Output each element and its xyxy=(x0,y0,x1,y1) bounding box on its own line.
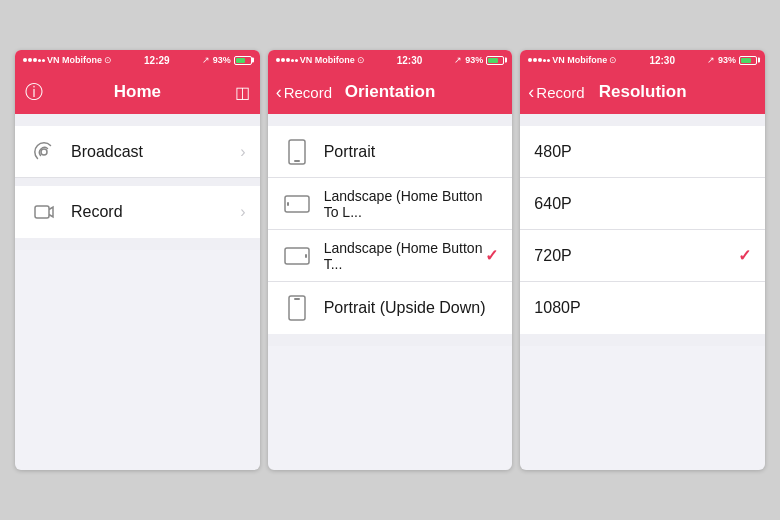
svg-point-0 xyxy=(41,149,47,155)
dot5 xyxy=(42,59,45,62)
back-label: Record xyxy=(536,84,584,101)
bottom-separator xyxy=(15,238,260,250)
status-bar-resolution: VN Mobifone ⊙ 12:30 ↗ 93% xyxy=(520,50,765,70)
settings-icon[interactable]: ◫ xyxy=(235,83,250,102)
location-icon: ↗ xyxy=(707,55,715,65)
720p-label: 720P xyxy=(534,247,738,265)
landscape-right-label: Landscape (Home Button T... xyxy=(324,240,486,272)
top-sep xyxy=(268,114,513,126)
720p-item[interactable]: 720P ✓ xyxy=(520,230,765,282)
chevron-left-icon: ‹ xyxy=(528,82,534,103)
nav-bar-resolution: ‹ Record Resolution xyxy=(520,70,765,114)
640p-item[interactable]: 640P xyxy=(520,178,765,230)
1080p-item[interactable]: 1080P xyxy=(520,282,765,334)
status-left: VN Mobifone ⊙ xyxy=(276,55,365,65)
time-display: 12:30 xyxy=(649,55,675,66)
home-title: Home xyxy=(114,82,161,102)
status-left: VN Mobifone ⊙ xyxy=(23,55,112,65)
time-display: 12:30 xyxy=(397,55,423,66)
landscape-right-item[interactable]: Landscape (Home Button T... ✓ xyxy=(268,230,513,282)
landscape-left-label: Landscape (Home Button To L... xyxy=(324,188,499,220)
back-button[interactable]: ‹ Record xyxy=(528,82,584,103)
dot1 xyxy=(23,58,27,62)
wifi-icon: ⊙ xyxy=(609,55,617,65)
dot3 xyxy=(33,58,37,62)
dot4 xyxy=(38,59,41,62)
battery-icon xyxy=(739,56,757,65)
carrier-text: VN Mobifone xyxy=(552,55,607,65)
resolution-content: 480P 640P 720P ✓ 1080P xyxy=(520,114,765,470)
status-right: ↗ 93% xyxy=(202,55,252,65)
status-left: VN Mobifone ⊙ xyxy=(528,55,617,65)
signal-dots xyxy=(276,58,298,62)
battery-fill xyxy=(488,58,498,63)
dot1 xyxy=(276,58,280,62)
portrait-flip-label: Portrait (Upside Down) xyxy=(324,299,499,317)
battery-icon xyxy=(234,56,252,65)
screen-home: VN Mobifone ⊙ 12:29 ↗ 93% ⓘ Home ◫ xyxy=(15,50,260,470)
time-display: 12:29 xyxy=(144,55,170,66)
broadcast-item[interactable]: Broadcast › xyxy=(15,126,260,178)
home-content: Broadcast › Record › xyxy=(15,114,260,470)
dot2 xyxy=(533,58,537,62)
broadcast-chevron: › xyxy=(240,143,245,161)
640p-label: 640P xyxy=(534,195,751,213)
record-item[interactable]: Record › xyxy=(15,186,260,238)
info-icon[interactable]: ⓘ xyxy=(25,80,43,104)
dot1 xyxy=(528,58,532,62)
portrait-flip-item[interactable]: Portrait (Upside Down) xyxy=(268,282,513,334)
back-label: Record xyxy=(284,84,332,101)
dot4 xyxy=(291,59,294,62)
back-button[interactable]: ‹ Record xyxy=(276,82,332,103)
broadcast-icon xyxy=(29,140,59,164)
landscape-right-check: ✓ xyxy=(485,246,498,265)
chevron-left-icon: ‹ xyxy=(276,82,282,103)
resolution-list: 480P 640P 720P ✓ 1080P xyxy=(520,126,765,334)
dot5 xyxy=(295,59,298,62)
resolution-title: Resolution xyxy=(599,82,687,102)
screen-orientation: VN Mobifone ⊙ 12:30 ↗ 93% ‹ Record Orien… xyxy=(268,50,513,470)
dot2 xyxy=(281,58,285,62)
portrait-flip-icon xyxy=(282,295,312,321)
battery-percent: 93% xyxy=(718,55,736,65)
location-icon: ↗ xyxy=(454,55,462,65)
wifi-icon: ⊙ xyxy=(357,55,365,65)
record-icon xyxy=(29,200,59,224)
dot3 xyxy=(286,58,290,62)
landscape-left-item[interactable]: Landscape (Home Button To L... xyxy=(268,178,513,230)
480p-item[interactable]: 480P xyxy=(520,126,765,178)
status-right: ↗ 93% xyxy=(707,55,757,65)
battery-percent: 93% xyxy=(465,55,483,65)
dot4 xyxy=(543,59,546,62)
screen-resolution: VN Mobifone ⊙ 12:30 ↗ 93% ‹ Record Resol… xyxy=(520,50,765,470)
battery-icon xyxy=(486,56,504,65)
orientation-list: Portrait Landscape (Home Button To L... xyxy=(268,126,513,334)
signal-dots xyxy=(23,58,45,62)
landscape-left-icon xyxy=(282,195,312,213)
720p-check: ✓ xyxy=(738,246,751,265)
status-right: ↗ 93% xyxy=(454,55,504,65)
top-sep xyxy=(520,114,765,126)
landscape-right-icon xyxy=(282,247,312,265)
battery-fill xyxy=(741,58,751,63)
location-icon: ↗ xyxy=(202,55,210,65)
wifi-icon: ⊙ xyxy=(104,55,112,65)
screens-container: VN Mobifone ⊙ 12:29 ↗ 93% ⓘ Home ◫ xyxy=(15,50,765,470)
dot2 xyxy=(28,58,32,62)
dot5 xyxy=(547,59,550,62)
1080p-label: 1080P xyxy=(534,299,751,317)
home-list: Broadcast › Record › xyxy=(15,126,260,238)
portrait-item[interactable]: Portrait xyxy=(268,126,513,178)
status-bar-home: VN Mobifone ⊙ 12:29 ↗ 93% xyxy=(15,50,260,70)
status-bar-orientation: VN Mobifone ⊙ 12:30 ↗ 93% xyxy=(268,50,513,70)
orientation-content: Portrait Landscape (Home Button To L... xyxy=(268,114,513,470)
bottom-sep xyxy=(268,334,513,346)
battery-percent: 93% xyxy=(213,55,231,65)
portrait-icon xyxy=(282,139,312,165)
carrier-text: VN Mobifone xyxy=(47,55,102,65)
top-separator xyxy=(15,114,260,126)
nav-bar-home: ⓘ Home ◫ xyxy=(15,70,260,114)
dot3 xyxy=(538,58,542,62)
record-chevron: › xyxy=(240,203,245,221)
480p-label: 480P xyxy=(534,143,751,161)
